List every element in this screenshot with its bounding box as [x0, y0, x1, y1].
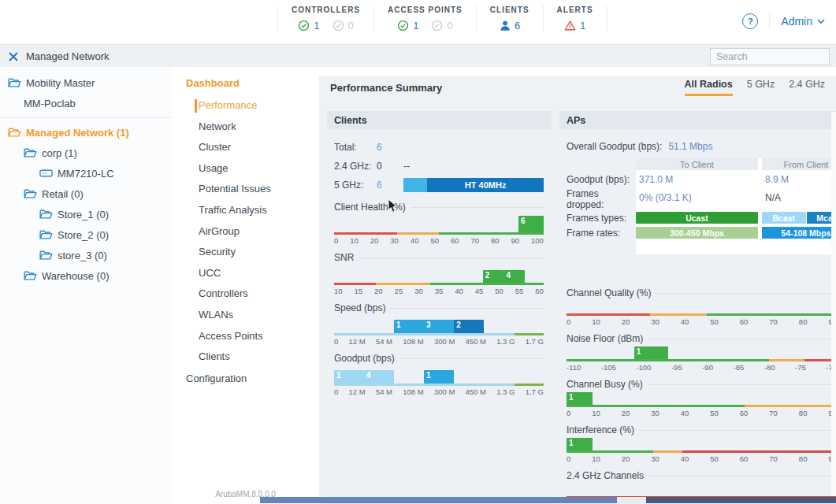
tree-item[interactable]: Store_2 (0): [0, 224, 172, 245]
nav-item-clients[interactable]: Clients: [172, 346, 319, 368]
close-icon[interactable]: [8, 51, 19, 62]
tree-item[interactable]: MM7210-LC: [0, 163, 172, 183]
chart-title-text: Channel Quality (%): [567, 287, 651, 298]
axis-tick: 50: [710, 409, 719, 417]
axis-tick: 12 M: [349, 337, 366, 346]
axis-line: [567, 405, 836, 407]
aps-table-row: Goodput (bps):371.0 M8.9 M: [567, 170, 836, 188]
tree-item[interactable]: Warehouse (0): [0, 265, 172, 286]
axis-tick: 60: [451, 236, 459, 245]
bar-count-label: 4: [366, 371, 371, 380]
axis-ticks: 012 M54 M108 M300 M450 M1.3 G1.7 G: [334, 337, 544, 346]
dashboard-nav: Dashboard PerformanceNetworkClusterUsage…: [172, 67, 320, 504]
row-value: 0: [377, 161, 403, 172]
axis-tick: 30: [390, 236, 399, 245]
axis-tick: 70: [769, 409, 778, 417]
axis-line: [567, 313, 836, 316]
axis-ticks: 0102030405060708090100: [334, 236, 544, 245]
nav-section-dashboard[interactable]: Dashboard: [172, 77, 319, 89]
bar-cell: BcastMcast: [762, 210, 836, 225]
histogram-channelquality: Channel Quality (%)0102030405060708090: [567, 287, 836, 326]
tree-item[interactable]: Store_1 (0): [0, 204, 172, 224]
row-label: 5 GHz:: [334, 180, 377, 191]
axis-tick: -100: [636, 363, 651, 372]
nav-section-configuration[interactable]: Configuration: [172, 368, 319, 389]
nav-item-cluster[interactable]: Cluster: [172, 137, 319, 158]
bar-cell: 54-108 Mbps: [762, 225, 836, 240]
stat-group-controllers[interactable]: CONTROLLERS10: [277, 6, 374, 32]
help-icon[interactable]: ?: [742, 13, 758, 29]
axis-tick: -105: [601, 363, 616, 372]
nav-item-access-points[interactable]: Access Points: [172, 326, 319, 347]
tree-item-label: MM-Poclab: [24, 98, 76, 109]
search-input[interactable]: [711, 51, 836, 62]
axis-tick: 1.3 G: [496, 337, 515, 346]
nav-item-usage[interactable]: Usage: [172, 158, 319, 180]
chart-plot: [567, 484, 836, 496]
stat-group-access-points[interactable]: ACCESS POINTS10: [374, 6, 477, 32]
histogram-interference: Interference (%)10102030405060708090: [567, 424, 836, 463]
tree-item[interactable]: store_3 (0): [0, 245, 172, 265]
tree-item[interactable]: Managed Network (1): [0, 122, 172, 143]
chart-title-text: Noise Floor (dBm): [567, 333, 643, 344]
chart-title-text: Goodput (bps): [334, 353, 395, 364]
frame-bar-ucast: Ucast: [636, 212, 758, 224]
tree-item-label: Store_2 (0): [58, 229, 109, 241]
chart-bar: 1: [424, 370, 454, 384]
empty-cells: [636, 240, 836, 254]
axis-tick: 15: [355, 287, 363, 295]
stat-item: 0: [333, 20, 354, 32]
tab-2-4-ghz[interactable]: 2.4 GHz: [789, 79, 825, 96]
chart-title: Goodput (bps): [334, 353, 544, 364]
network-selector-label[interactable]: Managed Network: [26, 50, 110, 62]
nav-item-network[interactable]: Network: [172, 117, 319, 138]
nav-item-potential-issues[interactable]: Potential Issues: [172, 179, 319, 200]
vertical-scrollbar-track[interactable]: [831, 112, 836, 496]
tree-item[interactable]: Retail (0): [0, 183, 172, 204]
stat-item: 1: [298, 20, 319, 32]
nav-item-wlans[interactable]: WLANs: [172, 305, 319, 326]
title-rule: [390, 308, 544, 309]
tree-item[interactable]: MM-Poclab: [0, 93, 172, 113]
axis-tick: 10: [350, 236, 359, 245]
tab-5-ghz[interactable]: 5 GHz: [747, 79, 775, 96]
chart-bar: 1: [334, 370, 364, 384]
bar-count-label: 1: [336, 371, 341, 380]
nav-item-traffic-analysis[interactable]: Traffic Analysis: [172, 200, 319, 221]
chart-title: SNR: [334, 252, 544, 263]
tree-item-label: Store_1 (0): [58, 209, 109, 220]
chart-title: 2.4 GHz Channels: [567, 470, 836, 481]
search-box[interactable]: [710, 48, 830, 65]
tab-all-radios[interactable]: All Radios: [685, 79, 733, 96]
axis-tick: 35: [435, 287, 444, 295]
histogram-channelbusy: Channel Busy (%)10102030405060708090: [567, 379, 836, 417]
nav-item-ucc[interactable]: UCC: [172, 263, 319, 284]
stat-item: 1: [397, 20, 418, 32]
nav-item-security[interactable]: Security: [172, 242, 319, 263]
tree-item-label: Warehouse (0): [42, 270, 110, 282]
axis-tick: 0: [567, 454, 570, 463]
tree-item[interactable]: Mobility Master: [0, 72, 172, 93]
axis-tick: 55: [515, 287, 524, 295]
axis-ticks: 0102030405060708090: [567, 454, 836, 463]
axis-line: [567, 359, 836, 361]
axis-tick: 450 M: [466, 337, 486, 346]
stat-value: 0: [447, 20, 452, 32]
tree-item[interactable]: corp (1): [0, 143, 172, 163]
nav-item-controllers[interactable]: Controllers: [172, 284, 319, 305]
chart-plot: 1: [567, 346, 836, 359]
user-menu[interactable]: Admin: [781, 15, 825, 28]
aps-panel-title: APs: [559, 111, 836, 129]
axis-tick: 10: [592, 409, 600, 417]
stat-group-alerts[interactable]: ALERTS1: [544, 6, 607, 32]
axis-tick: 50: [710, 454, 719, 463]
horizontal-scrollbar-thumb[interactable]: [260, 497, 617, 503]
stat-group-clients[interactable]: CLIENTS6: [477, 6, 544, 32]
nav-item-performance[interactable]: Performance: [172, 95, 319, 117]
col-header-to-client: To Client: [636, 158, 758, 170]
mouse-cursor: [388, 198, 398, 213]
chart-title-text: SNR: [334, 252, 354, 263]
nav-item-airgroup[interactable]: AirGroup: [172, 221, 319, 243]
horizontal-scrollbar[interactable]: [260, 497, 836, 503]
spacer: [567, 240, 636, 254]
